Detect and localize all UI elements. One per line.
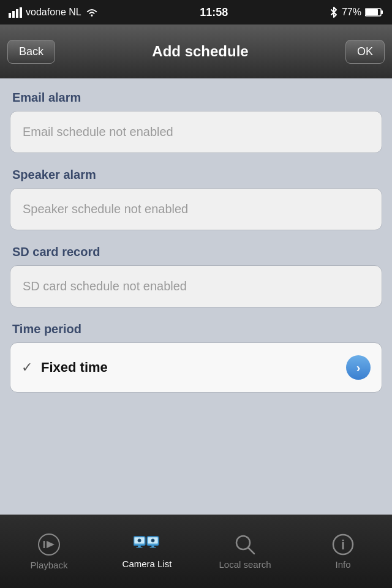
status-left: vodafone NL (9, 7, 99, 18)
sd-card-label: SD card record (10, 245, 382, 259)
tab-playback-label: Playback (31, 560, 68, 570)
wifi-icon (85, 7, 99, 18)
checkmark-icon: ✓ (21, 360, 32, 375)
svg-point-16 (138, 540, 141, 542)
content-area: Email alarm Email schedule not enabled S… (0, 78, 392, 514)
info-icon: i (332, 533, 354, 556)
battery-label: 77% (342, 7, 361, 18)
svg-marker-9 (47, 541, 55, 548)
svg-point-22 (152, 540, 154, 542)
time-period-row[interactable]: ✓ Fixed time › (10, 342, 382, 393)
svg-rect-19 (151, 545, 154, 547)
svg-point-4 (91, 15, 92, 17)
svg-text:i: i (341, 537, 345, 552)
svg-line-24 (248, 548, 254, 554)
battery-icon (365, 7, 383, 17)
tab-local-search[interactable]: Local search (196, 515, 294, 588)
speaker-alarm-section: Speaker alarm Speaker schedule not enabl… (10, 168, 382, 230)
svg-rect-7 (366, 9, 378, 15)
bluetooth-icon (330, 6, 338, 18)
tab-playback[interactable]: Playback (0, 515, 98, 588)
tab-camera-list-label: Camera List (123, 559, 172, 569)
svg-rect-3 (20, 7, 22, 18)
svg-rect-20 (149, 547, 156, 548)
tab-bar: Playback Camera List Local (0, 514, 392, 588)
status-right: 77% (330, 6, 383, 18)
nav-title: Add schedule (152, 43, 248, 60)
local-search-icon (234, 533, 256, 556)
chevron-right-icon[interactable]: › (346, 355, 371, 380)
speaker-alarm-field[interactable]: Speaker schedule not enabled (10, 188, 382, 230)
time-period-value: Fixed time (41, 360, 346, 375)
svg-rect-14 (136, 547, 142, 548)
time-period-section: Time period ✓ Fixed time › (10, 322, 382, 393)
status-time: 11:58 (200, 6, 228, 19)
email-alarm-field[interactable]: Email schedule not enabled (10, 111, 382, 153)
nav-bar: Back Add schedule OK (0, 24, 392, 78)
sd-card-section: SD card record SD card schedule not enab… (10, 245, 382, 307)
carrier-label: vodafone NL (26, 7, 81, 18)
status-bar: vodafone NL 11:58 77% (0, 0, 392, 24)
svg-rect-2 (16, 9, 18, 18)
tab-local-search-label: Local search (219, 559, 271, 570)
signal-icon (9, 7, 22, 18)
email-alarm-section: Email alarm Email schedule not enabled (10, 91, 382, 153)
svg-rect-13 (138, 545, 140, 547)
back-button[interactable]: Back (7, 40, 55, 64)
ok-button[interactable]: OK (345, 40, 385, 64)
svg-rect-1 (12, 11, 15, 18)
email-alarm-label: Email alarm (10, 91, 382, 105)
camera-list-icon (134, 534, 160, 555)
tab-info-label: Info (335, 559, 350, 570)
svg-rect-6 (381, 10, 383, 14)
svg-rect-0 (9, 13, 11, 18)
playback-icon (37, 533, 61, 556)
speaker-alarm-label: Speaker alarm (10, 168, 382, 182)
tab-info[interactable]: i Info (294, 515, 392, 588)
tab-camera-list[interactable]: Camera List (98, 515, 196, 588)
time-period-label: Time period (10, 322, 382, 336)
sd-card-field[interactable]: SD card schedule not enabled (10, 265, 382, 307)
